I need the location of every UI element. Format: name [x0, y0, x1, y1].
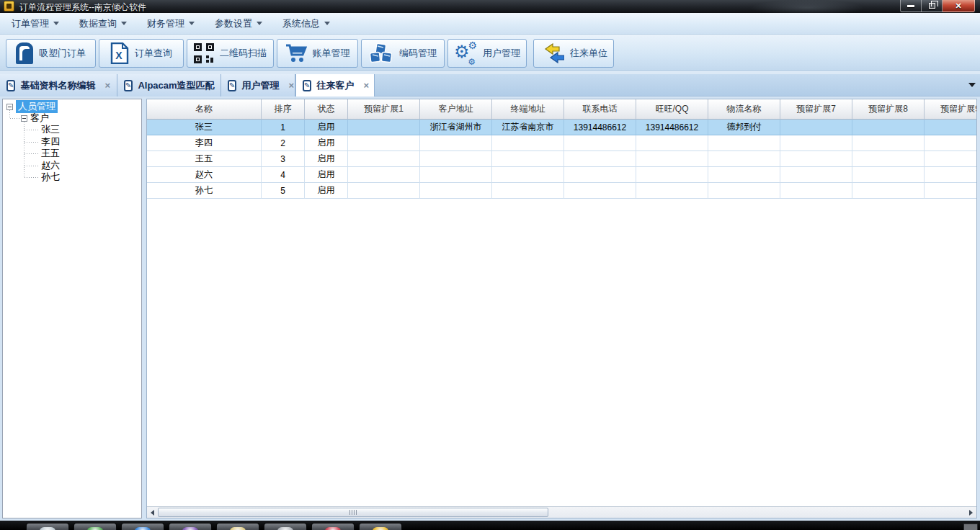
close-button[interactable]: ✕: [943, 0, 975, 12]
edit-icon: ✎: [228, 80, 236, 91]
tree-connector: [24, 177, 39, 178]
toolbar-button-code-management[interactable]: 编码管理: [361, 39, 445, 68]
tree-item-label: 王五: [41, 147, 60, 160]
data-grid: 名称排序状态预留扩展1客户地址终端地址联系电话旺旺/QQ物流名称预留扩展7预留扩…: [146, 99, 977, 518]
tab-user-management[interactable]: ✎ 用户管理 ×: [221, 74, 295, 96]
toolbar-button-label: 二维码扫描: [220, 47, 267, 60]
toolbar-button-business-partners[interactable]: 往来单位: [533, 39, 614, 68]
scroll-left-button[interactable]: [147, 507, 158, 518]
toolbar-button-user-management[interactable]: ⚙⚙⚙ 用户管理: [447, 39, 527, 68]
tree-item-0[interactable]: 张三: [41, 124, 60, 135]
tab-label: 往来客户: [316, 79, 354, 92]
tree-collapse-icon[interactable]: [6, 104, 13, 110]
chevron-down-icon: [53, 22, 59, 25]
taskbar-button-green-app-icon[interactable]: [74, 523, 117, 530]
toolbar-button-bill-management[interactable]: 账单管理: [277, 39, 358, 68]
tab-close-icon[interactable]: ×: [287, 80, 295, 91]
menu-item-label: 系统信息: [282, 17, 320, 30]
grid-column-header-8[interactable]: 物流名称: [708, 99, 780, 120]
tree-item-1[interactable]: 李四: [41, 136, 60, 148]
green-app-icon: [87, 527, 103, 530]
grid-cell: [780, 135, 852, 151]
grid-body: 张三1启用浙江省湖州市江苏省南京市1391448661213914486612德…: [147, 120, 977, 199]
taskbar-button-red-app-icon[interactable]: [311, 523, 355, 530]
door-icon: [16, 42, 33, 64]
tree-panel: 人员管理 客户 张三李四王五赵六孙七: [2, 99, 142, 518]
grid-cell: 孙七: [147, 183, 262, 199]
menu-item-4[interactable]: 系统信息: [277, 14, 336, 33]
grid-cell: [420, 135, 492, 151]
grid-column-header-7[interactable]: 旺旺/QQ: [636, 99, 708, 120]
red-app-icon: [325, 527, 341, 530]
menu-item-label: 参数设置: [215, 17, 252, 30]
grid-column-header-6[interactable]: 联系电话: [564, 99, 636, 120]
grid-cell: [852, 151, 925, 167]
system-tray[interactable]: [963, 524, 978, 530]
taskbar-button-yellow-app-icon[interactable]: [216, 523, 259, 530]
menu-item-3[interactable]: 参数设置: [209, 14, 268, 33]
grid-cell: [852, 135, 925, 151]
gears-icon: ⚙⚙⚙: [454, 42, 477, 65]
taskbar-button-silver-app-icon[interactable]: [264, 523, 307, 530]
tree-item-label: 张三: [41, 123, 60, 136]
taskbar-button-blue-app-icon[interactable]: [121, 523, 164, 530]
grid-cell: 4: [262, 167, 305, 183]
tree-item-4[interactable]: 孙七: [41, 171, 60, 183]
grid-column-header-11[interactable]: 预留扩展9: [925, 99, 977, 120]
maximize-icon: [929, 3, 935, 9]
title-bar: 订单流程管理系统--南京倾心软件 ✕: [0, 0, 980, 13]
menu-item-0[interactable]: 订单管理: [6, 14, 65, 33]
tab-basic-data-name-edit[interactable]: ✎ 基础资料名称编辑 ×: [0, 74, 117, 96]
grid-column-header-0[interactable]: 名称: [147, 99, 262, 120]
tree-collapse-icon[interactable]: [21, 115, 27, 122]
grid-column-header-3[interactable]: 预留扩展1: [348, 99, 420, 120]
grid-cell: [636, 183, 708, 199]
tab-overflow-chevron-icon[interactable]: [968, 83, 976, 87]
grid-cell: [852, 120, 925, 135]
tab-close-icon[interactable]: ×: [362, 80, 370, 91]
grid-cell: [564, 167, 636, 183]
grid-row-2[interactable]: 王五3启用: [147, 151, 977, 167]
grid-cell: [348, 151, 420, 167]
grid-row-4[interactable]: 孙七5启用: [147, 183, 977, 199]
tab-close-icon[interactable]: ×: [103, 80, 112, 91]
taskbar-button-start-orb[interactable]: [26, 523, 69, 530]
tab-business-customers[interactable]: ✎ 往来客户 ×: [295, 74, 375, 96]
scroll-right-button[interactable]: [966, 507, 976, 518]
yellow-app-icon: [230, 527, 246, 530]
grid-cell: [708, 151, 780, 167]
taskbar-button-gold-folder-icon[interactable]: [359, 523, 402, 530]
tree-root-item[interactable]: 人员管理: [6, 101, 58, 112]
tree-item-2[interactable]: 王五: [41, 148, 60, 159]
scrollbar-thumb[interactable]: [158, 508, 548, 517]
menu-item-2[interactable]: 财务管理: [141, 14, 200, 33]
tree-item-label: 孙七: [41, 171, 60, 184]
tab-alpacam-match[interactable]: ✎ Alpacam造型匹配 ×: [117, 74, 221, 96]
grid-column-header-10[interactable]: 预留扩展8: [852, 99, 925, 120]
grid-column-header-9[interactable]: 预留扩展7: [780, 99, 852, 120]
grid-column-header-5[interactable]: 终端地址: [492, 99, 564, 120]
toolbar-button-qr-scan[interactable]: 二维码扫描: [187, 39, 274, 68]
grid-cell: 13914486612: [636, 120, 708, 135]
svg-text:X: X: [115, 50, 122, 61]
grid-cell: [420, 151, 492, 167]
grid-cell: [708, 135, 780, 151]
taskbar-button-purple-app-icon[interactable]: [169, 523, 212, 530]
toolbar-button-blister-door-order[interactable]: 吸塑门订单: [6, 39, 96, 68]
grid-row-0[interactable]: 张三1启用浙江省湖州市江苏省南京市1391448661213914486612德…: [147, 120, 977, 135]
grid-column-header-2[interactable]: 状态: [305, 99, 348, 120]
minimize-button[interactable]: [900, 0, 922, 12]
tree-item-3[interactable]: 赵六: [41, 160, 60, 171]
grid-row-1[interactable]: 李四2启用: [147, 135, 977, 151]
menu-item-1[interactable]: 数据查询: [74, 14, 133, 33]
maximize-button[interactable]: [922, 0, 943, 12]
grid-row-3[interactable]: 赵六4启用: [147, 167, 977, 183]
grid-cell: 2: [262, 135, 305, 151]
grid-column-header-4[interactable]: 客户地址: [420, 99, 492, 120]
grid-cell: [780, 183, 852, 199]
toolbar-button-order-query[interactable]: X 订单查询: [99, 39, 184, 68]
tab-label: 基础资料名称编辑: [20, 79, 95, 92]
horizontal-scrollbar[interactable]: [147, 506, 976, 518]
grid-column-header-1[interactable]: 排序: [262, 99, 305, 120]
tree-group-item[interactable]: 客户: [21, 112, 49, 124]
